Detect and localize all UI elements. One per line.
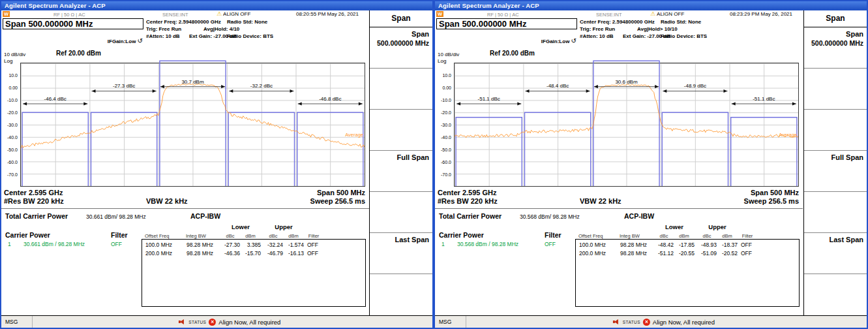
ifgain-label: IFGain:Low ↺: [1, 37, 143, 44]
ref-level-label: Ref 20.00 dBm: [490, 50, 535, 57]
cell-lower-dbc: -51.12: [653, 250, 674, 257]
y-axis-label: -10.0: [441, 98, 451, 102]
cell-filter: OFF: [307, 242, 327, 248]
active-function-display: Span 500.000000 MHz: [3, 18, 143, 29]
cell-lower-dbm: 3.385: [240, 242, 261, 248]
y-axis-label: -30.0: [7, 123, 18, 127]
y-axis-label: -60.0: [441, 160, 451, 164]
span-readout: Span 500 MHz: [751, 189, 799, 196]
annotation-arrow: [526, 89, 530, 93]
carrier-power-value: 30.661 dBm / 98.28 MHz: [23, 241, 85, 247]
avg-hold-label: Avg|Hold: 4/10: [203, 26, 239, 32]
cell-upper-dbm: -1.574: [283, 242, 304, 248]
annotation-arrow: [83, 102, 87, 105]
res-bw-readout: #Res BW 220 kHz: [4, 197, 64, 205]
spectrum-plot: Average -46.4 dBc-27.3 dBc30.7 dBm-32.2 …: [20, 63, 365, 187]
softkey-blank: [370, 192, 432, 233]
menu-title: Span: [370, 10, 432, 27]
carrier-number: 1: [441, 241, 445, 247]
channel-box: [91, 112, 157, 186]
carrier-row: 1 30.661 dBm / 98.28 MHz OFF: [1, 241, 142, 248]
channel-power-annotation: 30.6 dBm: [615, 79, 637, 86]
annotation-arrow: [298, 102, 302, 105]
annotation-arrow: [594, 85, 598, 88]
cell-lower-dbc: -48.42: [653, 242, 674, 248]
section-divider: [435, 208, 803, 209]
col-header-upper-dbc: dBc: [264, 233, 282, 239]
status-bar: MSG STATUS × Align Now, All required: [435, 315, 867, 328]
offset-row: 100.0 MHz 98.28 MHz -27.30 3.385 -32.24 …: [142, 242, 365, 249]
ref-level-label: Ref 20.00 dBm: [56, 50, 101, 57]
softkey-last-span[interactable]: Last Span: [370, 233, 432, 274]
col-header-upper-dbm: dBm: [284, 233, 303, 239]
atten-label: #Atten: 10 dB: [580, 33, 614, 39]
softkey-blank: [804, 110, 867, 151]
channel-power-annotation: -51.1 dBc: [753, 96, 775, 102]
channel-power-annotation: -48.4 dBc: [546, 83, 569, 89]
col-header-lower-dbc: dBc: [655, 233, 673, 239]
softkey-menu: Span Span 500.000000 MHz Full Span Last …: [369, 10, 432, 315]
ifgain-text: IFGain:Low: [108, 39, 136, 44]
annotation-arrow: [160, 85, 164, 88]
y-axis-label: -20.0: [441, 110, 451, 115]
softkey-span-value: 500.000000 MHz: [371, 39, 429, 48]
channel-box: [525, 112, 591, 186]
trigger-label: Trig: Free Run: [146, 26, 181, 32]
carrier-number: 1: [8, 241, 11, 247]
annotation-arrow: [229, 89, 233, 93]
span-active-value: Span 500.000000 MHz: [439, 19, 526, 29]
channel-power-annotation: -51.1 dBc: [478, 96, 500, 102]
annotation-arrow: [23, 102, 27, 105]
cell-upper-dbm: -20.52: [717, 250, 738, 257]
channel-power-annotation: -48.9 dBc: [684, 83, 706, 89]
col-header-upper-dbc: dBc: [698, 233, 716, 239]
radio-std-label: Radio Std: None: [661, 19, 701, 25]
softkey-span[interactable]: Span 500.000000 MHz: [804, 27, 867, 69]
cell-upper-dbm: -18.37: [717, 242, 738, 248]
span-readout: Span 500 MHz: [317, 189, 365, 196]
scale-per-div-label: 10 dB/div: [4, 52, 25, 57]
offset-row: 200.0 MHz 98.28 MHz -51.12 -20.55 -51.09…: [576, 250, 799, 258]
cell-offset-freq: 100.0 MHz: [579, 242, 617, 248]
warning-icon: ⚠: [650, 10, 655, 17]
softkey-blank: [804, 192, 867, 233]
channel-box: [297, 112, 363, 186]
softkey-span[interactable]: Span 500.000000 MHz: [370, 27, 432, 69]
clock-display: 08:23:29 PM May 26, 2021: [730, 11, 792, 17]
upper-group-header: Upper: [264, 223, 303, 230]
annotation-arrow: [290, 89, 294, 93]
cell-integ-bw: 98.28 MHz: [620, 242, 654, 248]
y-axis-label: -50.0: [441, 148, 451, 152]
status-bar: MSG STATUS × Align Now, All required: [1, 315, 432, 328]
col-header-lower-dbc: dBc: [221, 233, 239, 239]
error-icon: ×: [643, 319, 650, 326]
clock-display: 08:20:55 PM May 26, 2021: [296, 11, 359, 17]
cell-lower-dbm: -17.85: [674, 242, 695, 248]
y-axis-label: -20.0: [7, 110, 18, 115]
col-header-lower-dbm: dBm: [241, 233, 260, 239]
y-axis-label: -70.0: [441, 172, 451, 177]
error-icon: ×: [209, 319, 216, 326]
center-freq-readout: Center 2.595 GHz: [4, 189, 63, 196]
carrier-filter-value: OFF: [111, 241, 122, 247]
softkey-last-span[interactable]: Last Span: [804, 233, 867, 274]
softkey-blank: [370, 274, 432, 315]
annotation-arrow: [359, 102, 363, 105]
carrier-filter-value: OFF: [545, 241, 556, 247]
window-title: Agilent Spectrum Analyzer - ACP: [5, 2, 106, 9]
softkey-full-span[interactable]: Full Span: [370, 151, 432, 192]
align-status-text: Align Now, All required: [653, 319, 715, 326]
softkey-full-span-label: Full Span: [397, 153, 430, 161]
col-header-integ-bw: Integ BW: [620, 233, 640, 239]
softkey-full-span[interactable]: Full Span: [804, 151, 867, 192]
y-axis-label: 10.0: [8, 73, 18, 78]
y-axis-label: 10.0: [442, 73, 451, 78]
window-titlebar: Agilent Spectrum Analyzer - ACP: [435, 1, 867, 10]
lower-group-header: Lower: [221, 223, 260, 230]
cell-lower-dbc: -46.36: [219, 250, 240, 257]
input-settings-label: RF | 50 Ω | AC: [53, 12, 85, 18]
offset-table: 100.0 MHz 98.28 MHz -48.42 -17.85 -48.93…: [575, 239, 800, 307]
softkey-span-label: Span: [412, 30, 429, 38]
scale-per-div-label: 10 dB/div: [438, 52, 459, 57]
channel-box: [456, 118, 522, 186]
